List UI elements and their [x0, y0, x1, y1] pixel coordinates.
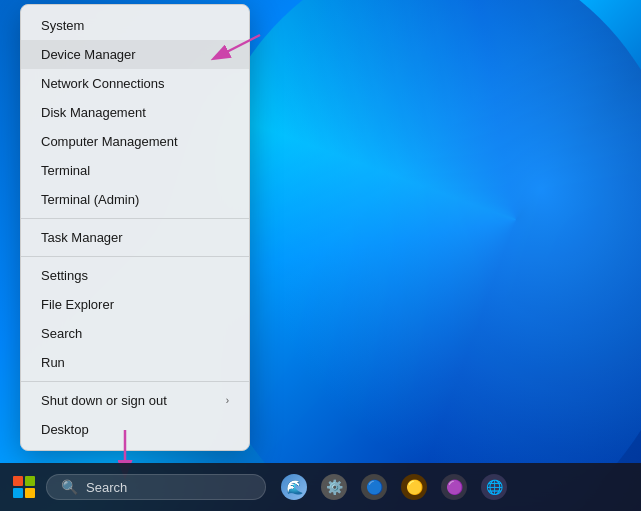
menu-item-task-manager[interactable]: Task Manager	[21, 223, 249, 252]
taskbar-icon-3-img: 🔵	[366, 479, 383, 495]
menu-item-device-manager[interactable]: Device Manager	[21, 40, 249, 69]
menu-item-network-connections[interactable]: Network Connections	[21, 69, 249, 98]
taskbar-icons: 🌊 ⚙️ 🔵 🟡 🟣	[276, 469, 512, 505]
menu-item-desktop[interactable]: Desktop	[21, 415, 249, 444]
windows-logo-icon	[13, 476, 35, 498]
menu-item-search[interactable]: Search	[21, 319, 249, 348]
search-icon: 🔍	[61, 479, 78, 495]
desktop: System Device Manager Network Connection…	[0, 0, 641, 511]
taskbar-icon-2[interactable]: ⚙️	[316, 469, 352, 505]
taskbar-icon-6-img: 🌐	[486, 479, 503, 495]
taskbar-search-label: Search	[86, 480, 127, 495]
submenu-arrow: ›	[226, 395, 229, 406]
start-button[interactable]	[8, 471, 40, 503]
taskbar-icon-2-img: ⚙️	[326, 479, 343, 495]
taskbar-search-bar[interactable]: 🔍 Search	[46, 474, 266, 500]
taskbar-icon-6[interactable]: 🌐	[476, 469, 512, 505]
separator-1	[21, 218, 249, 219]
menu-item-file-explorer[interactable]: File Explorer	[21, 290, 249, 319]
taskbar: 🔍 Search 🌊 ⚙️ 🔵 🟡	[0, 463, 641, 511]
taskbar-icon-1[interactable]: 🌊	[276, 469, 312, 505]
taskbar-icon-3[interactable]: 🔵	[356, 469, 392, 505]
taskbar-icon-4-img: 🟡	[406, 479, 423, 495]
menu-item-disk-management[interactable]: Disk Management	[21, 98, 249, 127]
menu-item-run[interactable]: Run	[21, 348, 249, 377]
separator-3	[21, 381, 249, 382]
menu-item-settings[interactable]: Settings	[21, 261, 249, 290]
menu-item-terminal-admin[interactable]: Terminal (Admin)	[21, 185, 249, 214]
taskbar-icon-5-img: 🟣	[446, 479, 463, 495]
taskbar-icon-5[interactable]: 🟣	[436, 469, 472, 505]
context-menu: System Device Manager Network Connection…	[20, 4, 250, 451]
taskbar-icon-1-img: 🌊	[286, 479, 303, 495]
taskbar-icon-4[interactable]: 🟡	[396, 469, 432, 505]
menu-item-computer-management[interactable]: Computer Management	[21, 127, 249, 156]
menu-item-shutdown[interactable]: Shut down or sign out ›	[21, 386, 249, 415]
separator-2	[21, 256, 249, 257]
menu-item-terminal[interactable]: Terminal	[21, 156, 249, 185]
menu-item-system[interactable]: System	[21, 11, 249, 40]
